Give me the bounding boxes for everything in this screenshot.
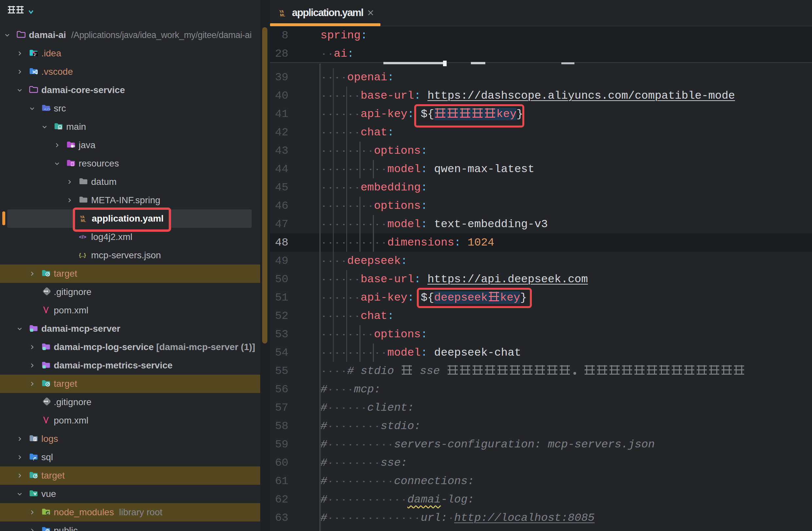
svg-text:IJ: IJ <box>34 53 37 55</box>
svg-text:JS: JS <box>46 511 50 515</box>
svg-text:ML: ML <box>280 13 286 17</box>
svg-text:</>: </> <box>79 234 86 240</box>
svg-text:{..}: {..} <box>79 253 86 258</box>
svg-text:</>: </> <box>44 107 51 112</box>
svg-text:ML: ML <box>81 219 86 223</box>
